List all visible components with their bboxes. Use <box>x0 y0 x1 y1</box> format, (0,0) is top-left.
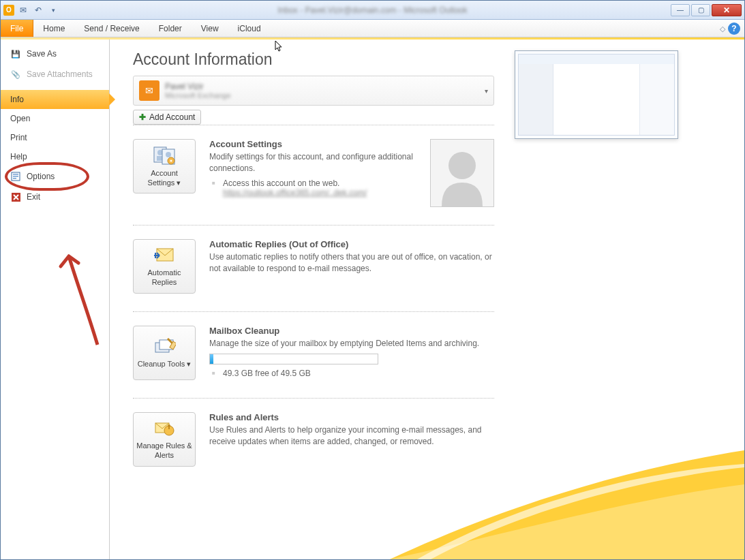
tab-view[interactable]: View <box>192 20 228 37</box>
sidebar-open[interactable]: Open <box>1 109 109 128</box>
account-name: Pavel Vizir <box>165 82 479 91</box>
save-as-icon: 💾 <box>10 48 21 59</box>
chevron-down-icon: ▾ <box>485 87 488 95</box>
svg-point-20 <box>168 424 170 427</box>
section-heading: Mailbox Cleanup <box>209 326 494 336</box>
sidebar-item-label: Save As <box>27 49 57 59</box>
backstage-sidebar: 💾 Save As 📎 Save Attachments Info Open P… <box>1 40 110 559</box>
qat-undo-icon[interactable]: ↶ <box>32 4 44 16</box>
svg-point-11 <box>170 160 172 162</box>
account-avatar <box>430 139 494 207</box>
exit-icon <box>10 191 21 202</box>
svg-point-9 <box>166 152 171 157</box>
tab-icloud[interactable]: iCloud <box>228 20 271 37</box>
tab-home[interactable]: Home <box>33 20 74 37</box>
sidebar-item-label: Print <box>10 133 27 142</box>
page-title: Account Information <box>133 50 494 69</box>
account-selector[interactable]: ✉ Pavel Vizir Microsoft Exchange ▾ <box>133 76 494 106</box>
mailbox-free-text: 49.3 GB free of 49.5 GB <box>209 369 494 378</box>
svg-rect-2 <box>13 176 18 177</box>
add-account-label: Add Account <box>149 112 195 122</box>
section-heading: Account Settings <box>209 139 416 149</box>
qat-send-receive-icon[interactable]: ✉ <box>17 4 29 16</box>
sidebar-exit[interactable]: Exit <box>1 187 109 207</box>
sidebar-item-label: Save Attachments <box>27 69 93 79</box>
web-access-line: Access this account on the web. https://… <box>209 178 416 198</box>
section-description: Manage the size of your mailbox by empty… <box>209 338 494 349</box>
web-access-link[interactable]: https://outlook.office365.com/..dek.com/ <box>223 188 367 198</box>
mailbox-usage-bar <box>209 354 378 364</box>
sidebar-help[interactable]: Help <box>1 147 109 166</box>
ribbon-minimize-icon[interactable]: ◇ <box>720 25 725 33</box>
sidebar-options[interactable]: Options <box>1 166 109 187</box>
tab-send-receive[interactable]: Send / Receive <box>74 20 149 37</box>
section-description: Modify settings for this account, and co… <box>209 151 416 174</box>
section-description: Use automatic replies to notify others t… <box>209 251 494 275</box>
section-heading: Automatic Replies (Out of Office) <box>209 239 494 249</box>
close-button[interactable]: ✕ <box>712 4 742 16</box>
section-description: Use Rules and Alerts to help organize yo… <box>209 424 494 448</box>
tab-file[interactable]: File <box>1 20 33 37</box>
save-attachments-icon: 📎 <box>10 69 21 80</box>
sidebar-save-attachments: 📎 Save Attachments <box>1 64 109 84</box>
sidebar-item-label: Exit <box>27 192 40 202</box>
sidebar-item-label: Options <box>27 172 55 181</box>
backstage-main: Account Information ✉ Pavel Vizir Micros… <box>110 40 744 559</box>
automatic-replies-button[interactable]: Automatic Replies <box>133 239 196 294</box>
cleanup-tools-button[interactable]: Cleanup Tools ▾ <box>133 326 196 380</box>
button-label: Manage Rules & Alerts <box>136 441 192 459</box>
sidebar-info[interactable]: Info <box>1 90 109 109</box>
help-icon[interactable]: ? <box>728 22 740 35</box>
mailbox-preview-thumbnail <box>515 50 678 139</box>
minimize-button[interactable]: — <box>671 4 690 16</box>
window-title: Inbox - Pavel.Vizir@domain.com - Microso… <box>277 5 467 15</box>
ribbon-tabs: File Home Send / Receive Folder View iCl… <box>1 20 744 37</box>
qat-customize-icon[interactable]: ▾ <box>47 4 59 16</box>
account-type: Microsoft Exchange <box>165 91 479 99</box>
sidebar-print[interactable]: Print <box>1 128 109 147</box>
maximize-button[interactable]: ▢ <box>691 4 710 16</box>
button-label: Cleanup Tools ▾ <box>138 360 192 369</box>
title-bar: O ✉ ↶ ▾ Inbox - Pavel.Vizir@domain.com -… <box>1 1 744 20</box>
sidebar-item-label: Info <box>10 95 24 104</box>
options-icon <box>10 171 21 182</box>
sidebar-item-label: Help <box>10 152 27 161</box>
sidebar-item-label: Open <box>10 114 30 123</box>
svg-rect-1 <box>13 174 18 175</box>
svg-point-12 <box>448 152 476 179</box>
sidebar-save-as[interactable]: 💾 Save As <box>1 44 109 64</box>
tab-folder[interactable]: Folder <box>149 20 192 37</box>
outlook-app-icon: O <box>3 5 14 16</box>
add-account-button[interactable]: ✚ Add Account <box>133 110 201 125</box>
account-settings-button[interactable]: Account Settings ▾ <box>133 139 196 193</box>
exchange-account-icon: ✉ <box>139 80 159 101</box>
button-label: Automatic Replies <box>136 268 192 286</box>
manage-rules-button[interactable]: Manage Rules & Alerts <box>133 412 196 467</box>
section-heading: Rules and Alerts <box>209 412 494 422</box>
button-label: Account Settings ▾ <box>136 169 192 187</box>
plus-icon: ✚ <box>139 112 146 122</box>
svg-rect-3 <box>13 178 16 179</box>
